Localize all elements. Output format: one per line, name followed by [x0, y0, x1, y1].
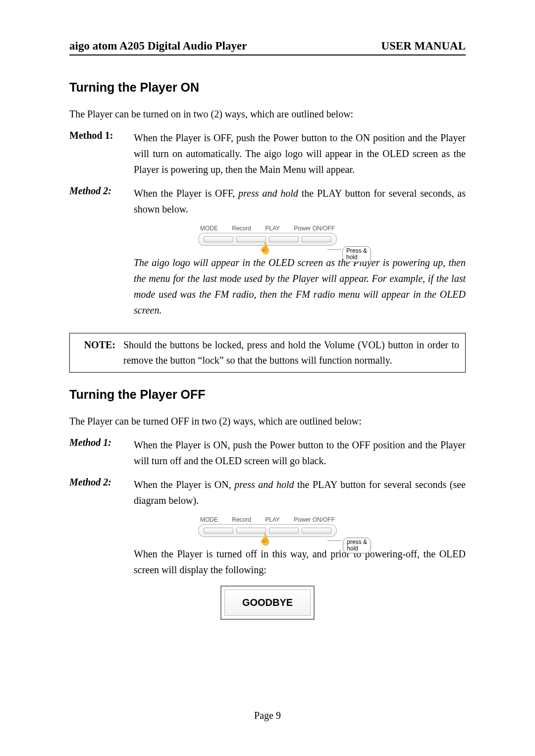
on-diagram-device: ☝ Press & hold [198, 233, 337, 246]
on-italic-para: The aigo logo will appear in the OLED sc… [69, 255, 466, 318]
section-on-title: Turning the Player ON [69, 80, 466, 95]
off-diagram-device: ☝ press & hold [198, 524, 337, 537]
off-diagram-labels: MODE Record PLAY Power ON/OFF [198, 516, 337, 523]
off-diagram-label-mode: MODE [200, 516, 218, 523]
on-diagram-label-power: Power ON/OFF [294, 225, 335, 232]
off-diagram-label-power: Power ON/OFF [294, 516, 335, 523]
on-method-2-em: press and hold [238, 188, 298, 199]
off-method-1-body: When the Player is ON, push the Power bu… [134, 437, 466, 469]
oled-screen-text: GOODBYE [224, 590, 311, 616]
off-diagram-callout: press & hold [343, 538, 371, 553]
diagram-button-segment [269, 236, 299, 242]
off-method-2: Method 2: When the Player is ON, press a… [69, 477, 466, 508]
on-method-2-pre: When the Player is OFF, [134, 188, 238, 199]
diagram-button-segment [269, 528, 299, 534]
note-body: Should the buttons be locked, press and … [123, 337, 459, 368]
diagram-button-segment [204, 528, 233, 534]
callout-line [327, 249, 341, 250]
on-method-2-body: When the Player is OFF, press and hold t… [134, 185, 466, 217]
section-off-intro: The Player can be turned OFF in two (2) … [69, 416, 466, 427]
off-method-1-label: Method 1: [69, 437, 119, 469]
off-method-2-label: Method 2: [69, 477, 119, 508]
page-header: aigo atom A205 Digital Audio Player USER… [69, 40, 466, 55]
on-method-2-label: Method 2: [69, 185, 119, 217]
on-diagram: MODE Record PLAY Power ON/OFF ☝ Press & … [198, 225, 337, 246]
off-method-2-body: When the Player is ON, press and hold th… [134, 477, 466, 508]
header-left: aigo atom A205 Digital Audio Player [69, 40, 247, 53]
oled-screen-box: GOODBYE [220, 586, 315, 620]
diagram-button-segment [236, 236, 266, 242]
on-diagram-labels: MODE Record PLAY Power ON/OFF [198, 225, 337, 232]
note-label: NOTE: [76, 337, 115, 368]
diagram-button-segment [204, 236, 233, 242]
on-diagram-label-play: PLAY [265, 225, 280, 232]
off-method-1: Method 1: When the Player is ON, push th… [69, 437, 466, 469]
note-box: NOTE: Should the buttons be locked, pres… [69, 333, 466, 373]
off-after-diagram: When the Player is turned off in this wa… [134, 546, 466, 578]
off-after-diagram-row: When the Player is turned off in this wa… [69, 546, 466, 578]
callout-line [327, 540, 341, 541]
page: aigo atom A205 Digital Audio Player USER… [0, 0, 535, 756]
on-diagram-label-mode: MODE [200, 225, 218, 232]
header-right: USER MANUAL [381, 40, 466, 53]
on-diagram-label-record: Record [232, 225, 251, 232]
diagram-button-segment [302, 528, 331, 534]
page-footer: Page 9 [0, 710, 535, 721]
off-diagram-label-play: PLAY [265, 516, 280, 523]
on-method-2: Method 2: When the Player is OFF, press … [69, 185, 466, 217]
on-diagram-callout: Press & hold [342, 246, 371, 262]
off-diagram-label-record: Record [232, 516, 251, 523]
off-diagram: MODE Record PLAY Power ON/OFF ☝ press & … [198, 516, 337, 537]
diagram-button-segment [236, 528, 266, 534]
off-method-2-pre: When the Player is ON, [134, 479, 234, 490]
section-on-intro: The Player can be turned on in two (2) w… [69, 108, 466, 120]
on-method-1: Method 1: When the Player is OFF, push t… [69, 130, 466, 177]
on-method-1-body: When the Player is OFF, push the Power b… [134, 130, 466, 177]
section-off-title: Turning the Player OFF [69, 387, 466, 402]
diagram-button-segment [302, 236, 331, 242]
on-method-1-label: Method 1: [69, 130, 119, 177]
off-method-2-em: press and hold [234, 479, 294, 490]
spacer [69, 546, 119, 578]
